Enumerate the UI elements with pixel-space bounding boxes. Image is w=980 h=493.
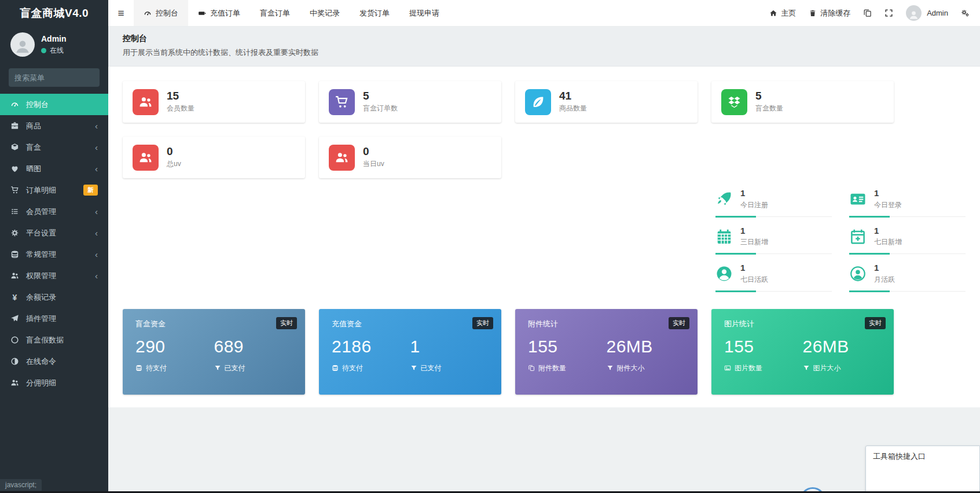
stat-value: 41 <box>559 90 587 102</box>
chevron-left-icon: ‹ <box>95 164 98 173</box>
stat-label: 盲盒数量 <box>755 104 783 113</box>
stats-grid: 15会员数量5盲盒订单数41商品数量5盲盒数量0总uv0当日uv <box>123 81 894 178</box>
dashboard-icon <box>10 100 19 109</box>
chevron-left-icon: ‹ <box>95 229 98 237</box>
image-icon <box>724 365 731 371</box>
sidebar-item-online-command[interactable]: 在线命令 <box>0 351 108 372</box>
dropbox-icon <box>727 95 742 109</box>
sidebar-item-permissions[interactable]: 权限管理‹ <box>0 265 108 286</box>
fund-left-label: 附件数量 <box>528 363 607 373</box>
mini-stat-value: 1 <box>874 226 902 236</box>
tab-dashboard[interactable]: 控制台 <box>134 0 188 26</box>
sidebar-item-blindbox[interactable]: 盲盒‹ <box>0 137 108 158</box>
sidebar-item-label: 会员管理 <box>26 207 56 217</box>
copy-page-button[interactable] <box>863 9 872 17</box>
mini-stat-progress <box>849 253 966 254</box>
tab-label: 盲盒订单 <box>260 8 290 19</box>
sidebar-item-label: 订单明细 <box>26 185 56 196</box>
fund-card-image-stats: 图片统计实时155图片数量26MB图片大小 <box>711 309 894 395</box>
sidebar-item-label: 商品 <box>26 121 41 131</box>
realtime-badge: 实时 <box>669 317 689 329</box>
fund-right-label: 已支付 <box>214 363 293 373</box>
calendar-icon <box>715 228 733 245</box>
main-area: ≡ 控制台充值订单盲盒订单中奖记录发货订单提现申请 主页 清除缓存 <box>108 0 980 493</box>
calendar-plus-icon <box>849 228 867 245</box>
settings-button[interactable] <box>961 9 970 17</box>
home-label: 主页 <box>781 8 796 19</box>
clear-cache-button[interactable]: 清除缓存 <box>809 8 850 19</box>
fund-card-title: 盲盒资金 <box>135 319 292 329</box>
fund-cards-grid: 盲盒资金实时290待支付689已支付充值资金实时2186待支付1已支付附件统计实… <box>123 309 894 395</box>
sidebar-item-label: 余额记录 <box>26 292 56 303</box>
mini-stat-label: 今日登录 <box>874 200 902 210</box>
copy-icon <box>863 9 872 17</box>
sidebar-item-plugins[interactable]: 插件管理 <box>0 308 108 329</box>
expand-icon <box>884 9 893 17</box>
mini-stat-value: 1 <box>740 189 768 198</box>
sidebar-item-label: 控制台 <box>26 100 49 110</box>
search-input[interactable] <box>14 73 116 82</box>
sidebar-menu: 控制台商品‹盲盒‹晒图‹订单明细新会员管理‹平台设置‹常规管理‹权限管理‹¥余额… <box>0 94 108 393</box>
dashboard-panel: 15会员数量5盲盒订单数41商品数量5盲盒数量0总uv0当日uv 1今日注册1今… <box>108 67 980 407</box>
avatar <box>10 32 35 57</box>
stat-label: 商品数量 <box>559 104 587 113</box>
sidebar-item-order-detail[interactable]: 订单明细新 <box>0 179 108 201</box>
fund-left-label: 图片数量 <box>724 363 803 373</box>
copy-icon <box>528 365 535 371</box>
user-menu[interactable]: Admin <box>906 5 948 21</box>
sidebar-item-label: 盲盒 <box>26 142 41 153</box>
tab-recharge-orders[interactable]: 充值订单 <box>188 0 250 26</box>
tab-blindbox-orders[interactable]: 盲盒订单 <box>250 0 300 26</box>
fund-card-attachment-stats: 附件统计实时155附件数量26MB附件大小 <box>515 309 698 395</box>
fund-card-title: 附件统计 <box>528 319 685 329</box>
sidebar-item-fake-data[interactable]: 盲盒假数据 <box>0 329 108 351</box>
cart-icon <box>10 186 19 194</box>
sidebar-item-label: 分佣明细 <box>26 378 56 388</box>
menu-toggle-icon[interactable]: ≡ <box>108 7 134 20</box>
fund-right-label: 已支付 <box>410 363 489 373</box>
clear-cache-label: 清除缓存 <box>820 8 850 19</box>
sidebar-item-platform-settings[interactable]: 平台设置‹ <box>0 222 108 244</box>
sidebar-item-goods[interactable]: 商品‹ <box>0 115 108 137</box>
mini-stat-three-day-new: 1三日新增 <box>715 226 832 256</box>
filter-icon <box>410 365 417 371</box>
mini-stat-label: 三日新增 <box>740 237 768 247</box>
fund-right-label: 附件大小 <box>607 363 685 373</box>
sidebar-item-general[interactable]: 常规管理‹ <box>0 244 108 265</box>
sidebar-item-dashboard[interactable]: 控制台 <box>0 94 108 115</box>
sidebar-search[interactable] <box>9 68 100 87</box>
home-link[interactable]: 主页 <box>769 8 796 19</box>
mini-stat-progress <box>715 253 832 254</box>
sidebar-item-commission[interactable]: 分佣明细 <box>0 372 108 393</box>
tab-shipping-orders[interactable]: 发货订单 <box>350 0 399 26</box>
navbar-right: 主页 清除缓存 Admin <box>769 5 970 21</box>
sidebar-item-label: 插件管理 <box>26 314 56 324</box>
top-tabs: 控制台充值订单盲盒订单中奖记录发货订单提现申请 <box>134 0 449 26</box>
fund-left-value: 155 <box>724 337 803 356</box>
users-icon <box>138 95 153 109</box>
paper-plane-icon <box>10 314 19 323</box>
tab-withdrawal-requests[interactable]: 提现申请 <box>399 0 449 26</box>
toolbox-tooltip: 工具箱快捷入口 <box>865 446 980 493</box>
user-circle-o-icon <box>849 265 867 282</box>
sidebar-item-label: 在线命令 <box>26 356 56 367</box>
filter-icon <box>803 365 810 371</box>
fund-left-value: 2186 <box>332 337 410 356</box>
mini-stat-value: 1 <box>874 189 902 198</box>
filter-icon <box>607 365 614 371</box>
stat-card-goods-count: 41商品数量 <box>515 81 698 123</box>
mini-stat-value: 1 <box>740 226 768 236</box>
circle-o-icon <box>10 336 19 344</box>
sidebar-item-photos[interactable]: 晒图‹ <box>0 158 108 179</box>
sidebar-item-balance-records[interactable]: ¥余额记录 <box>0 286 108 308</box>
stat-card-total-uv: 0总uv <box>123 137 305 178</box>
leaf-icon <box>531 95 545 109</box>
mini-stat-label: 月活跃 <box>874 275 895 285</box>
mini-stat-progress <box>715 216 832 217</box>
tab-winning-records[interactable]: 中奖记录 <box>300 0 350 26</box>
page-subtitle: 用于展示当前系统中的统计数据、统计报表及重要实时数据 <box>123 47 966 58</box>
tab-label: 控制台 <box>156 8 178 19</box>
page-header: 控制台 用于展示当前系统中的统计数据、统计报表及重要实时数据 <box>108 27 980 67</box>
fullscreen-button[interactable] <box>884 9 893 17</box>
sidebar-item-members[interactable]: 会员管理‹ <box>0 201 108 222</box>
